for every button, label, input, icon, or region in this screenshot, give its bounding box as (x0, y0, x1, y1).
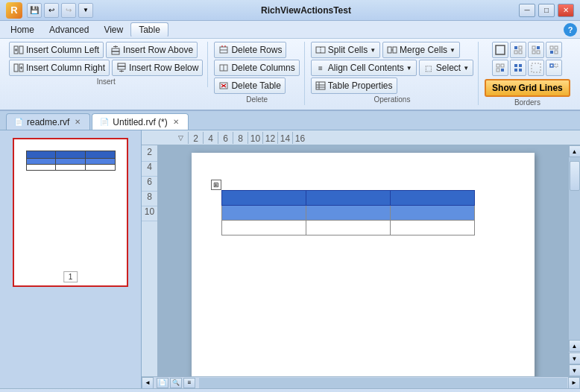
table-cell-1-1[interactable] (222, 191, 306, 206)
svg-rect-46 (555, 51, 558, 54)
ruler-mark-12: 12 (262, 132, 277, 144)
tab-readme-icon: 📄 (14, 118, 23, 126)
thumbnail-table (26, 151, 116, 171)
menu-view[interactable]: View (96, 23, 130, 37)
svg-rect-50 (501, 69, 504, 72)
align-cell-button[interactable]: ≡ Align Cell Contents ▼ (311, 60, 417, 76)
tab-readme[interactable]: 📄 readme.rvf ✕ (6, 113, 90, 130)
maximize-button[interactable]: □ (538, 4, 555, 17)
svg-rect-45 (550, 51, 553, 54)
svg-rect-13 (118, 66, 125, 69)
insert-row-below-icon (116, 63, 127, 73)
table-cell-3-1[interactable] (222, 221, 306, 235)
menu-table[interactable]: Table (130, 22, 168, 37)
close-button[interactable]: ✕ (558, 4, 574, 17)
border-btn-8[interactable] (546, 60, 562, 76)
scroll-track[interactable] (569, 157, 581, 340)
merge-cells-button[interactable]: Merge Cells ▼ (382, 42, 460, 58)
delete-group-label: Delete (246, 95, 268, 104)
menu-advanced[interactable]: Advanced (42, 23, 96, 37)
insert-col-right-button[interactable]: Insert Column Right (9, 60, 110, 76)
svg-rect-47 (497, 64, 499, 67)
minimize-button[interactable]: ─ (519, 4, 535, 17)
ruler-mark-6: 6 (218, 132, 233, 144)
delete-columns-button[interactable]: Delete Columns (214, 60, 299, 76)
insert-row-above-button[interactable]: Insert Row Above (106, 42, 198, 58)
ruler-mark-4: 4 (203, 132, 218, 144)
dropdown-arrow-icon[interactable]: ▼ (78, 3, 93, 18)
thumbnail-page-number: 1 (63, 271, 78, 282)
table-cell-1-2[interactable] (306, 191, 391, 206)
scroll-small-down[interactable]: ▼ (569, 353, 581, 364)
tab-untitled-close[interactable]: ✕ (171, 117, 180, 127)
svg-rect-41 (532, 51, 535, 54)
border-btn-7[interactable] (528, 60, 544, 76)
document-page-area[interactable]: ⊞ (158, 145, 568, 376)
scroll-thumb[interactable] (570, 161, 580, 191)
scroll-down-button[interactable]: ▼ (569, 364, 581, 376)
delete-rows-icon (218, 45, 229, 55)
delete-rows-button[interactable]: Delete Rows (214, 42, 286, 58)
undo-icon[interactable]: ↩ (44, 3, 59, 18)
align-cell-label: Align Cell Contents (328, 63, 404, 73)
insert-row-below-button[interactable]: Insert Row Below (112, 60, 203, 76)
ruler-mark-10: 10 (248, 132, 262, 144)
v-ruler-6: 6 (142, 177, 157, 192)
hscroll-icon-1[interactable]: 📄 (157, 378, 168, 388)
show-grid-lines-button[interactable]: Show Grid Lines (485, 79, 570, 97)
hscroll-icon-3[interactable]: ≡ (183, 378, 195, 388)
thumbnail-page: 1 (13, 138, 128, 287)
merge-cells-icon (387, 45, 397, 55)
hscroll-left-button[interactable]: ◄ (142, 377, 154, 389)
delete-buttons: Delete Rows Delete Columns (214, 42, 299, 94)
border-btn-2[interactable] (510, 42, 526, 58)
hscroll-track[interactable] (199, 378, 567, 388)
scroll-up-button[interactable]: ▲ (569, 145, 581, 157)
border-btn-6[interactable] (510, 60, 526, 76)
hscroll-icon-2[interactable]: 🔍 (170, 378, 182, 388)
ribbon-group-operations: Split Cells ▼ Merge Cells ▼ ≡ Align C (306, 42, 479, 105)
titlebar: R 💾 ↩ ↪ ▼ RichViewActionsTest ─ □ ✕ (0, 0, 580, 21)
select-button[interactable]: ⬚ Select ▼ (419, 60, 473, 76)
border-btn-3[interactable] (528, 42, 544, 58)
table-cell-2-1[interactable] (222, 206, 306, 221)
svg-rect-27 (388, 47, 391, 53)
ruler-mark-14: 14 (277, 132, 292, 144)
border-btn-1[interactable] (492, 42, 508, 58)
insert-row-below-label: Insert Row Below (129, 63, 198, 73)
table-cell-2-2[interactable] (306, 206, 391, 221)
insert-row-2: Insert Column Right Insert Row Below (9, 60, 203, 76)
table-move-handle[interactable]: ⊞ (211, 180, 221, 190)
insert-col-left-button[interactable]: Insert Column Left (9, 42, 104, 58)
menu-home[interactable]: Home (3, 23, 42, 37)
table-cell-1-3[interactable] (391, 191, 475, 206)
doc-scroll-area: 2 4 6 8 10 ⊞ (142, 145, 580, 376)
hscroll-right-button[interactable]: ► (568, 377, 580, 389)
border-btn-5[interactable] (492, 60, 508, 76)
table-cell-3-2[interactable] (306, 221, 391, 235)
insert-col-right-icon (13, 63, 24, 73)
delete-table-button[interactable]: Delete Table (214, 78, 286, 94)
svg-rect-4 (112, 48, 119, 51)
split-cells-button[interactable]: Split Cells ▼ (311, 42, 380, 58)
operations-buttons: Split Cells ▼ Merge Cells ▼ ≡ Align C (311, 42, 473, 94)
table-cell-3-3[interactable] (391, 221, 475, 235)
scroll-small-up[interactable]: ▲ (569, 340, 581, 352)
redo-icon[interactable]: ↪ (61, 3, 76, 18)
save-icon[interactable]: 💾 (27, 3, 42, 18)
table-cell-2-3[interactable] (391, 206, 475, 221)
ruler-marks: 2 4 6 8 10 12 14 16 (188, 132, 307, 144)
svg-rect-52 (519, 64, 522, 67)
tab-readme-close[interactable]: ✕ (73, 117, 82, 127)
delete-columns-icon (218, 63, 229, 73)
ops-row-3: Table Properties (311, 78, 473, 94)
split-cells-icon (315, 45, 326, 55)
ruler-mark-16: 16 (292, 132, 307, 144)
svg-rect-49 (497, 69, 499, 72)
table-properties-button[interactable]: Table Properties (311, 78, 397, 94)
help-button[interactable]: ? (564, 23, 577, 37)
insert-col-left-icon (13, 45, 24, 55)
border-btn-4[interactable] (546, 42, 562, 58)
document-table[interactable] (221, 190, 475, 235)
tab-untitled[interactable]: 📄 Untitled.rvf (*) ✕ (92, 113, 188, 130)
